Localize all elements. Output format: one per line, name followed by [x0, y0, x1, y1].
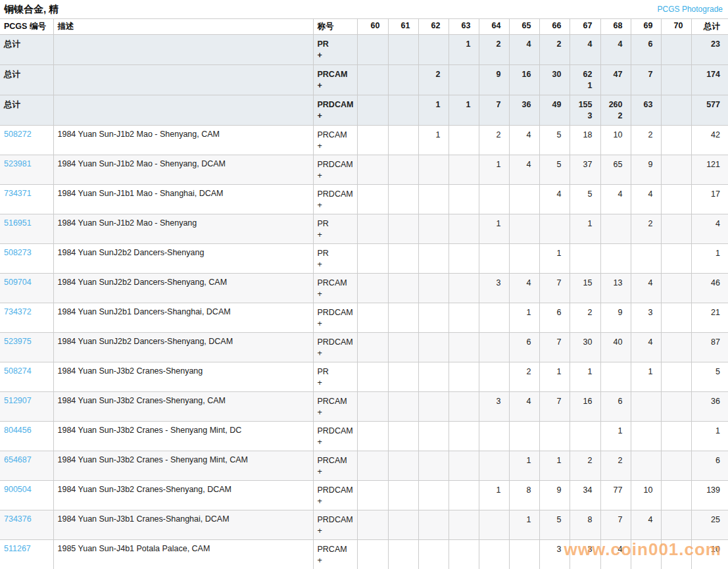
- total-cell: 21: [691, 303, 728, 333]
- grade-cell: [357, 303, 388, 333]
- table-row: 5129071984 Yuan Sun-J3b2 Cranes-Shenyang…: [0, 392, 728, 422]
- grade-cell: 47: [600, 65, 631, 95]
- grade-cell: [388, 333, 418, 362]
- grade-cell: 6: [509, 333, 539, 362]
- total-cell: 4: [691, 214, 728, 244]
- description-cell: 1985 Yuan Sun-J4b1 Potala Palace, CAM: [53, 540, 313, 569]
- grade-cell: [661, 422, 691, 451]
- grade-cell: [418, 451, 449, 481]
- pcgs-number-link[interactable]: 523975: [4, 337, 32, 346]
- title-bar: 铜镍合金, 精 PCGS Photograde: [0, 0, 728, 18]
- grade-cell: [388, 95, 418, 126]
- pcgs-number-cell: 512907: [0, 392, 53, 422]
- description-cell: [53, 95, 313, 126]
- pcgs-number-link[interactable]: 508273: [4, 248, 32, 257]
- grade-cell: 49: [539, 95, 570, 126]
- grade-cell: 1: [631, 362, 661, 392]
- pcgs-number-link[interactable]: 516951: [4, 218, 32, 228]
- pcgs-number-link[interactable]: 509704: [4, 278, 32, 287]
- grade-cell: 1: [509, 510, 539, 540]
- grade-cell: [357, 126, 388, 155]
- grade-cell: 1: [600, 422, 631, 451]
- pcgs-number-link[interactable]: 734371: [4, 189, 32, 198]
- pcgs-number-link[interactable]: 523981: [4, 159, 32, 168]
- grade-cell: 40: [600, 333, 631, 362]
- grade-cell: [388, 303, 418, 333]
- header-grade-62: 62: [418, 19, 449, 35]
- grade-cell: 4: [509, 392, 539, 422]
- pcgs-number-link[interactable]: 804456: [4, 426, 32, 435]
- designation-cell: PR+: [313, 35, 357, 65]
- population-table: PCGS 编号 描述 称号 6061626364656667686970总计 总…: [0, 18, 728, 569]
- grade-cell: 2: [600, 451, 631, 481]
- total-row-label: 总计: [0, 65, 53, 95]
- grade-cell: [357, 333, 388, 362]
- grade-cell: 6: [631, 35, 661, 65]
- grade-cell: [357, 540, 388, 569]
- grade-cell: [631, 422, 661, 451]
- pcgs-number-link[interactable]: 734376: [4, 514, 32, 524]
- pcgs-number-link[interactable]: 508274: [4, 366, 32, 376]
- total-cell: 42: [691, 126, 728, 155]
- grade-cell: [418, 303, 449, 333]
- pcgs-number-cell: 734372: [0, 303, 53, 333]
- designation-label: PRDCAM: [318, 337, 357, 348]
- designation-label: PRDCAM: [318, 189, 357, 200]
- pcgs-number-link[interactable]: 654687: [4, 455, 32, 464]
- description-cell: 1984 Yuan Sun-J3b2 Cranes-Shenyang, CAM: [53, 392, 313, 422]
- grade-cell: 13: [600, 274, 631, 303]
- designation-label: PRDCAM: [318, 485, 357, 496]
- designation-label: PRDCAM: [318, 426, 357, 437]
- grade-cell: 4: [631, 185, 661, 214]
- total-row: 总计PRCAM+291630621477174: [0, 65, 728, 95]
- grade-cell: [388, 510, 418, 540]
- photograde-link[interactable]: PCGS Photograde: [658, 5, 723, 14]
- grade-cell: 1: [509, 303, 539, 333]
- designation-plus: +: [318, 289, 357, 300]
- grade-cell: [509, 185, 539, 214]
- grade-cell: 4: [570, 35, 600, 65]
- designation-label: PR: [318, 366, 357, 378]
- designation-label: PRDCAM: [318, 99, 357, 111]
- grade-cell: [388, 274, 418, 303]
- total-row: 总计PRDCAM+11736491553260263577: [0, 95, 728, 126]
- grade-cell: [357, 244, 388, 274]
- designation-cell: PRDCAM+: [313, 185, 357, 214]
- grade-cell: [449, 274, 479, 303]
- table-body: 总计PR+124244623总计PRCAM+291630621477174总计P…: [0, 35, 728, 569]
- description-cell: [53, 35, 313, 65]
- grade-cell: 7: [479, 95, 509, 126]
- description-cell: 1984 Yuan SunJ2b2 Dancers-Shenyang, CAM: [53, 274, 313, 303]
- pcgs-number-link[interactable]: 512907: [4, 396, 32, 405]
- grade-cell: 4: [509, 274, 539, 303]
- description-cell: 1984 Yuan Sun-J3b2 Cranes-Shenyang: [53, 362, 313, 392]
- total-row-label: 总计: [0, 95, 53, 126]
- designation-cell: PR+: [313, 244, 357, 274]
- pcgs-number-cell: 508274: [0, 362, 53, 392]
- description-cell: 1984 Yuan SunJ2b1 Dancers-Shanghai, DCAM: [53, 303, 313, 333]
- grade-cell: 1: [539, 451, 570, 481]
- grade-cell: [539, 422, 570, 451]
- grade-cell: 5: [570, 185, 600, 214]
- grade-cell: [418, 333, 449, 362]
- grade-cell: [661, 214, 691, 244]
- grade-cell: [661, 481, 691, 510]
- grade-cell: [570, 422, 600, 451]
- pcgs-number-link[interactable]: 511267: [4, 544, 31, 553]
- designation-plus: +: [318, 80, 357, 91]
- grade-cell: [388, 65, 418, 95]
- grade-cell: [357, 274, 388, 303]
- table-row: 5082721984 Yuan Sun-J1b2 Mao - Shenyang,…: [0, 126, 728, 155]
- pcgs-number-link[interactable]: 900504: [4, 485, 32, 494]
- pcgs-number-link[interactable]: 508272: [4, 130, 32, 139]
- grade-cell: [357, 362, 388, 392]
- grade-cell: [388, 392, 418, 422]
- pcgs-number-link[interactable]: 734372: [4, 307, 32, 316]
- designation-plus: +: [318, 437, 357, 448]
- grade-cell: 15: [570, 274, 600, 303]
- grade-cell: [418, 510, 449, 540]
- grade-cell: [631, 451, 661, 481]
- grade-cell: [449, 126, 479, 155]
- total-cell: 577: [691, 95, 728, 126]
- grade-cell: 4: [631, 274, 661, 303]
